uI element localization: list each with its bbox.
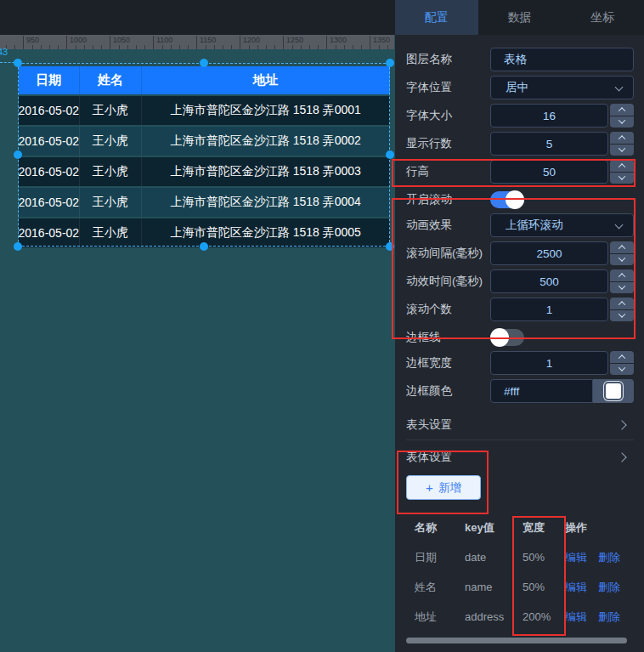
cell-name: 王小虎 [80, 157, 142, 186]
scroll-toggle[interactable] [490, 191, 524, 208]
design-canvas[interactable]: 日期 姓名 地址 2016-05-02 王小虎 上海市普陀区金沙江路 1518 … [0, 49, 395, 652]
selection-handle[interactable] [14, 59, 22, 67]
delete-link[interactable]: 删除 [598, 609, 620, 625]
columns-table-row: 姓名 name 50% 编辑 删除 [406, 572, 634, 602]
row-height-input[interactable]: 50 [490, 160, 608, 184]
border-width-stepper [610, 351, 634, 375]
table-widget[interactable]: 日期 姓名 地址 2016-05-02 王小虎 上海市普陀区金沙江路 1518 … [19, 66, 390, 247]
animation-effect-select[interactable]: 上循环滚动 [490, 213, 634, 237]
scroll-interval-input[interactable]: 2500 [490, 241, 608, 265]
font-position-select[interactable]: 居中 [490, 76, 634, 99]
scroll-count-input[interactable]: 1 [490, 298, 608, 321]
scroll-count-stepper [610, 298, 634, 321]
field-row-animation-effect: 动画效果 上循环滚动 [406, 213, 634, 237]
section-body-settings[interactable]: 表体设置 [406, 445, 634, 469]
border-width-input[interactable]: 1 [490, 351, 608, 375]
chevron-down-icon [615, 83, 624, 92]
field-label: 图层名称 [406, 52, 490, 67]
ruler-tick-label: 1000 [66, 36, 87, 48]
selection-handle[interactable] [386, 242, 394, 251]
stepper-down-button[interactable] [610, 282, 634, 294]
field-label: 行高 [406, 164, 490, 179]
color-swatch-button[interactable] [593, 379, 634, 403]
cell-date: 2016-05-02 [19, 96, 80, 125]
delete-link[interactable]: 删除 [598, 580, 620, 595]
section-label: 表头设置 [406, 417, 452, 433]
chevron-up-icon [619, 163, 625, 170]
cell-address: 上海市普陀区金沙江路 1518 弄0003 [142, 157, 390, 186]
chevron-down-icon [619, 311, 625, 318]
col-name: 地址 [406, 609, 456, 625]
edit-link[interactable]: 编辑 [565, 609, 587, 625]
field-label: 边框宽度 [406, 355, 490, 371]
columns-table: 名称 key值 宽度 操作 日期 date 50% 编辑 删除 姓名 nam [406, 513, 634, 632]
horizontal-scrollbar-thumb[interactable] [406, 638, 627, 643]
tab-coordinate[interactable]: 坐标 [561, 0, 644, 35]
col-key: address [456, 610, 514, 623]
stepper-up-button[interactable] [610, 104, 634, 116]
layer-name-input[interactable]: 表格 [490, 48, 634, 71]
columns-table-header: 名称 key值 宽度 操作 [406, 513, 634, 542]
ruler-tick-label: 1050 [110, 36, 130, 48]
delete-link[interactable]: 删除 [598, 550, 620, 565]
font-size-input[interactable]: 16 [490, 104, 608, 128]
col-width: 50% [514, 581, 556, 593]
field-row-row-count: 显示行数 5 [406, 132, 634, 156]
selection-handle[interactable] [200, 242, 208, 251]
ruler-tick-label: 1350 [370, 36, 390, 48]
selection-handle[interactable] [14, 150, 22, 159]
table-row: 2016-05-02 王小虎 上海市普陀区金沙江路 1518 弄0003 [19, 157, 390, 186]
color-swatch-icon [606, 383, 621, 399]
stepper-up-button[interactable] [610, 160, 634, 172]
columns-table-row: 日期 date 50% 编辑 删除 [406, 542, 634, 572]
edit-link[interactable]: 编辑 [565, 550, 587, 565]
toggle-knob [490, 328, 509, 347]
add-column-button[interactable]: + 新增 [406, 475, 481, 500]
stepper-up-button[interactable] [610, 241, 634, 253]
col-name: 姓名 [406, 580, 456, 595]
col-header-key: key值 [456, 520, 514, 536]
selection-handle[interactable] [386, 59, 394, 67]
border-color-input[interactable]: #fff [490, 379, 593, 403]
field-label: 边框颜色 [406, 383, 490, 399]
animation-duration-input[interactable]: 500 [490, 269, 608, 293]
field-label: 显示行数 [406, 136, 490, 151]
stepper-up-button[interactable] [610, 298, 634, 309]
divider [406, 439, 634, 440]
panel-body: 图层名称 表格 字体位置 居中 字体大小 16 [395, 35, 644, 652]
config-panel: 配置 数据 坐标 图层名称 表格 字体位置 居中 字体大小 [395, 0, 644, 652]
field-row-border-line: 边框线 [406, 326, 634, 349]
row-count-stepper [610, 132, 634, 156]
field-row-border-color: 边框颜色 #fff [406, 379, 634, 403]
selection-handle[interactable] [14, 242, 22, 251]
stepper-down-button[interactable] [610, 364, 634, 376]
tab-config[interactable]: 配置 [395, 0, 478, 35]
field-label: 滚动间隔(毫秒) [406, 246, 490, 261]
stepper-down-button[interactable] [610, 173, 634, 184]
table-row: 2016-05-02 王小虎 上海市普陀区金沙江路 1518 弄0001 [19, 96, 390, 125]
col-name: 日期 [406, 550, 456, 565]
selection-handle[interactable] [200, 59, 208, 67]
stepper-up-button[interactable] [610, 132, 634, 144]
animation-duration-stepper [610, 269, 634, 293]
stepper-down-button[interactable] [610, 116, 634, 128]
chevron-up-icon [619, 273, 625, 280]
stepper-down-button[interactable] [610, 254, 634, 266]
cell-address: 上海市普陀区金沙江路 1518 弄0005 [142, 218, 390, 247]
stepper-down-button[interactable] [610, 145, 634, 156]
stepper-up-button[interactable] [610, 269, 634, 281]
stepper-up-button[interactable] [610, 351, 634, 363]
selection-handle[interactable] [386, 150, 394, 159]
tab-data[interactable]: 数据 [478, 0, 562, 35]
chevron-up-icon [619, 301, 625, 308]
section-header-settings[interactable]: 表头设置 [406, 413, 634, 437]
row-count-input[interactable]: 5 [490, 132, 608, 156]
edit-link[interactable]: 编辑 [565, 580, 587, 595]
cell-date: 2016-05-02 [19, 218, 80, 247]
canvas-top-band [0, 0, 395, 35]
chevron-down-icon [615, 221, 624, 230]
datav-editor-window: 950 1000 1050 1100 1150 1200 1250 1300 1… [0, 0, 644, 652]
col-header-width: 宽度 [514, 520, 556, 536]
stepper-down-button[interactable] [610, 310, 634, 322]
border-line-toggle[interactable] [490, 329, 524, 346]
